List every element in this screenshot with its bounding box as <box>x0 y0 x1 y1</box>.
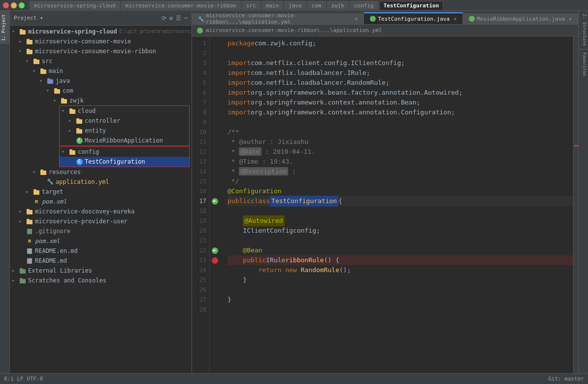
tree-item[interactable]: ▸ README.en.md <box>10 246 192 256</box>
tree-item-label: entity <box>85 126 106 136</box>
project-tree: ▾ microservice-spring-cloud E:\git_priva… <box>10 26 192 373</box>
editor-tab-yml[interactable]: 🔧 microservice-consumer-movie-ribbon\...… <box>192 13 364 24</box>
tree-item[interactable]: ▸ m pom.xml <box>10 236 192 246</box>
svg-rect-25 <box>40 170 43 171</box>
svg-rect-20 <box>76 129 82 134</box>
tree-item-label: microservice-doscovey-eureka <box>35 207 134 216</box>
tab-close-icon[interactable]: × <box>355 16 358 22</box>
vtab-project[interactable]: 1: Project <box>0 11 9 44</box>
tree-item-label: zwjk <box>69 96 84 105</box>
tree-item-label: cloud <box>78 106 96 116</box>
nav-tab-active[interactable]: TestConfiguration <box>379 1 444 10</box>
svg-rect-11 <box>47 78 50 80</box>
tree-item[interactable]: ▸ m pom.xml <box>10 197 192 207</box>
nav-tab[interactable]: zwjk <box>327 1 349 10</box>
tree-item[interactable]: ▸ 🔧 application.yml <box>10 177 192 187</box>
tree-item-label: microservice-consumer-movie-ribbon <box>35 46 156 56</box>
nav-tab[interactable]: main <box>261 1 284 10</box>
nav-tab[interactable]: src <box>242 1 261 10</box>
tree-item-label: config <box>78 147 99 157</box>
tree-item[interactable]: ▸ microservice-doscovey-eureka <box>10 207 192 216</box>
svg-rect-4 <box>27 50 33 54</box>
nav-tab[interactable]: com <box>307 1 326 10</box>
tree-item[interactable]: ▾ cloud <box>60 106 189 116</box>
tree-item-label: resources <box>49 167 81 177</box>
code-editor: 12345678910 1112131415161718 19202122232… <box>192 36 578 373</box>
tree-item[interactable]: ▾ main <box>10 66 192 76</box>
vtab-structure[interactable]: Z: Structure <box>579 11 588 49</box>
path-label: E:\git_private\microservice <box>119 27 192 36</box>
svg-rect-17 <box>69 108 72 110</box>
tree-item[interactable]: ▸ C MovieRibbonApplication <box>60 136 189 145</box>
tab-label: MovieRibbonApplication.java <box>477 16 565 22</box>
tree-item-selected[interactable]: ▸ C TestConfiguration <box>60 157 189 167</box>
svg-rect-12 <box>54 89 60 94</box>
svg-rect-8 <box>40 70 46 74</box>
close-icon[interactable] <box>3 2 9 8</box>
tree-item[interactable]: ▸ target <box>10 187 192 197</box>
settings-icon[interactable]: ☰ <box>176 15 181 22</box>
scratches-and-consoles[interactable]: ▸ Scratches and Consoles <box>10 276 192 285</box>
svg-rect-0 <box>20 30 26 35</box>
tab-close-icon[interactable]: × <box>569 16 572 22</box>
nav-tab[interactable]: microservice-consumer-movie-ribbon <box>121 1 241 10</box>
breakpoint-icon[interactable] <box>212 255 218 265</box>
maximize-icon[interactable] <box>19 2 25 8</box>
tree-item[interactable]: ▸ README.md <box>10 256 192 266</box>
tree-item-label: External Libraries <box>28 266 92 276</box>
svg-rect-10 <box>47 79 53 84</box>
svg-rect-38 <box>20 278 23 279</box>
tree-item[interactable]: ▸ microservice-provider-user <box>10 216 192 226</box>
svg-rect-19 <box>76 118 79 120</box>
sidebar-header: Project ▾ ⟳ ⚙ ☰ ─ <box>10 11 192 26</box>
editor-tab-testconfig[interactable]: TestConfiguration.java × <box>364 12 463 24</box>
tree-item[interactable]: ▾ microservice-spring-cloud E:\git_priva… <box>10 27 192 36</box>
tab-close-icon[interactable]: × <box>454 16 457 22</box>
svg-rect-28 <box>27 210 33 214</box>
run-icon[interactable]: ▶ <box>212 196 218 206</box>
tree-item-label: controller <box>85 116 120 126</box>
svg-rect-29 <box>27 209 30 210</box>
tree-item[interactable]: ▸ External Libraries <box>10 266 192 276</box>
tree-item[interactable]: ▸ controller <box>60 116 189 126</box>
window-controls <box>3 2 25 8</box>
sync-icon[interactable]: ⟳ <box>162 15 166 22</box>
svg-rect-2 <box>27 40 33 44</box>
nav-tab[interactable]: config <box>350 1 378 10</box>
tree-item[interactable]: ▾ src <box>10 56 192 66</box>
tree-item-label: README.md <box>35 256 67 266</box>
tree-item-label: java <box>56 76 70 86</box>
bean-icon[interactable]: ▶ <box>212 245 218 255</box>
red-box-group-1: ▾ cloud ▸ controller ▸ entity <box>59 105 190 146</box>
svg-rect-36 <box>20 268 23 270</box>
svg-rect-16 <box>69 109 75 114</box>
status-info: 8:1 LF UTF-8 <box>4 376 43 382</box>
sidebar-title: Project ▾ <box>14 15 159 21</box>
tree-item[interactable]: ▾ java <box>10 76 192 86</box>
tree-item[interactable]: ▾ zwjk <box>10 96 192 105</box>
tree-item[interactable]: ▾ config <box>60 147 189 157</box>
status-bar: 8:1 LF UTF-8 Git: master <box>0 373 588 384</box>
svg-rect-7 <box>33 59 36 60</box>
tree-item[interactable]: ▾ com <box>10 86 192 96</box>
code-content[interactable]: package com.zwjk.config; import com.netf… <box>220 36 573 373</box>
tree-item[interactable]: ▾ microservice-consumer-movie-ribbon <box>10 46 192 56</box>
gear-icon[interactable]: ⚙ <box>169 15 173 22</box>
minimize-icon[interactable] <box>11 2 17 8</box>
minimize-panel-icon[interactable]: ─ <box>184 15 188 22</box>
tree-item[interactable]: ▸ microservice-consumer-movie <box>10 36 192 46</box>
tree-item[interactable]: ▸ entity <box>60 126 189 136</box>
editor-tab-bar: 🔧 microservice-consumer-movie-ribbon\...… <box>192 11 578 25</box>
tree-item[interactable]: ▾ resources <box>10 167 192 177</box>
svg-rect-14 <box>61 99 67 104</box>
editor-tab-movieribbon[interactable]: MovieRibbonApplication.java × <box>463 13 578 24</box>
svg-rect-37 <box>20 279 26 283</box>
nav-tab[interactable]: java <box>284 1 306 10</box>
tree-item[interactable]: ▸ .gitignore <box>10 226 192 236</box>
vtab-favorites[interactable]: Favorites <box>579 49 588 79</box>
svg-rect-18 <box>76 119 82 124</box>
svg-rect-5 <box>27 49 30 50</box>
right-vtabs: Z: Structure Favorites <box>578 11 588 373</box>
nav-tab[interactable]: microservice-spring-cloud <box>30 1 120 10</box>
tree-item-label: pom.xml <box>35 236 60 246</box>
